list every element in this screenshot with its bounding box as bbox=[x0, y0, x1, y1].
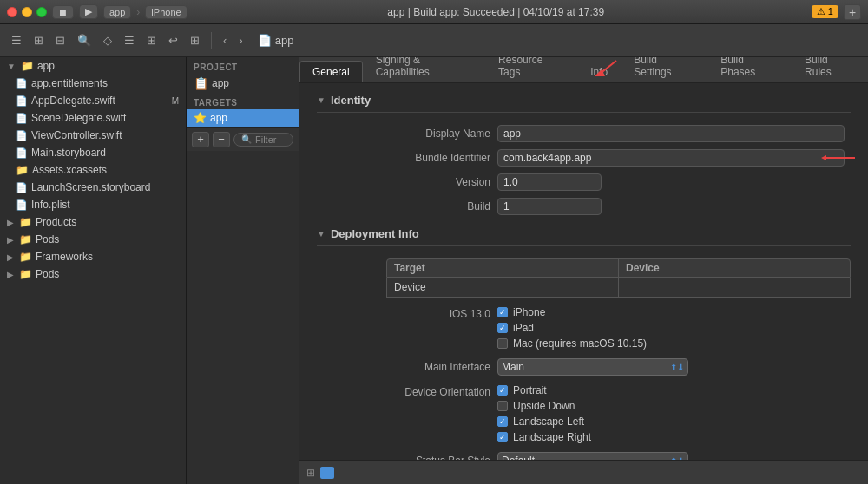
sidebar-item-frameworks[interactable]: ▶ 📁 Frameworks bbox=[2, 249, 184, 265]
sidebar-item-entitlements[interactable]: 📄 app.entitlements bbox=[2, 75, 184, 91]
display-name-row: Display Name bbox=[317, 125, 851, 142]
disclosure-icon: ▶ bbox=[7, 252, 14, 262]
build-input[interactable] bbox=[497, 198, 602, 215]
file-icon: 📄 bbox=[16, 95, 28, 107]
sidebar-item-viewcontroller[interactable]: 📄 ViewController.swift bbox=[2, 128, 184, 143]
status-bar-label: Status Bar Style bbox=[317, 455, 490, 460]
sidebar-item-app-root[interactable]: ▼ 📁 app bbox=[2, 58, 184, 74]
breadcrumb-icon: 📄 bbox=[258, 34, 272, 47]
device-selector[interactable]: iPhone bbox=[145, 5, 187, 19]
sidebar-item-appdelegate[interactable]: 📄 AppDelegate.swift M bbox=[2, 93, 184, 108]
nav-item-project[interactable]: 📋 app bbox=[187, 74, 299, 93]
breadcrumb: 📄 app bbox=[258, 34, 294, 47]
sidebar-item-launchscreen[interactable]: 📄 LaunchScreen.storyboard bbox=[2, 180, 184, 195]
scheme-selector[interactable]: app bbox=[103, 5, 131, 19]
upside-down-row: Upside Down bbox=[497, 400, 591, 412]
tab-resource-tags[interactable]: Resource Tags bbox=[485, 57, 577, 82]
sidebar-toggle[interactable]: ☰ bbox=[7, 32, 26, 49]
sidebar-item-assets[interactable]: 📁 Assets.xcassets bbox=[2, 162, 184, 178]
search-toolbar-btn[interactable]: 🔍 bbox=[73, 32, 95, 49]
toolbar-btn-2[interactable]: ⊞ bbox=[30, 32, 48, 49]
display-name-input[interactable] bbox=[497, 125, 845, 142]
select-arrow-icon: ⬆⬇ bbox=[670, 363, 684, 372]
device-orientation-label: Device Orientation bbox=[317, 384, 490, 398]
ios-version-label: iOS 13.0 bbox=[317, 306, 490, 320]
fullscreen-button[interactable] bbox=[36, 7, 47, 17]
main-interface-select[interactable]: Main ⬆⬇ bbox=[497, 358, 688, 376]
sidebar-item-infoplist[interactable]: 📄 Info.plist bbox=[2, 197, 184, 213]
remove-target-button[interactable]: − bbox=[213, 132, 230, 147]
landscape-right-checkbox[interactable]: ✓ bbox=[497, 432, 508, 442]
iphone-checkbox[interactable]: ✓ bbox=[497, 307, 508, 317]
portrait-checkbox[interactable]: ✓ bbox=[497, 385, 508, 396]
sidebar-item-pods2[interactable]: ▶ 📁 Pods bbox=[2, 266, 184, 282]
toolbar-btn-5[interactable]: ◇ bbox=[99, 32, 116, 49]
warning-badge[interactable]: ⚠ 1 bbox=[812, 5, 838, 18]
sidebar-item-label: AppDelegate.swift bbox=[31, 95, 115, 107]
sidebar-item-label: Pods bbox=[36, 233, 59, 245]
add-tab-button[interactable]: + bbox=[844, 4, 861, 20]
main-interface-label: Main Interface bbox=[317, 361, 490, 373]
identity-section-header: ▼ Identity bbox=[317, 94, 851, 113]
nav-item-target-app[interactable]: ⭐ app bbox=[187, 109, 299, 127]
tab-info[interactable]: Info bbox=[577, 61, 621, 82]
add-target-button[interactable]: + bbox=[192, 132, 209, 147]
sidebar-item-pods[interactable]: ▶ 📁 Pods bbox=[2, 232, 184, 247]
toolbar-btn-9[interactable]: ⊞ bbox=[186, 32, 204, 49]
identity-disclosure[interactable]: ▼ bbox=[317, 95, 326, 105]
toolbar-btn-3[interactable]: ⊟ bbox=[51, 32, 69, 49]
toolbar-btn-8[interactable]: ↩ bbox=[164, 32, 182, 49]
status-bar-select[interactable]: Default ⬆⬇ bbox=[497, 452, 688, 460]
portrait-label: Portrait bbox=[513, 384, 547, 396]
ios-ver-text: iOS 13.0 bbox=[450, 308, 490, 320]
main-interface-row: Main Interface Main ⬆⬇ bbox=[317, 358, 851, 376]
sidebar-item-label: LaunchScreen.storyboard bbox=[31, 181, 150, 193]
project-icon: 📋 bbox=[194, 76, 208, 90]
sidebar-item-products[interactable]: ▶ 📁 Products bbox=[2, 214, 184, 230]
sidebar-item-label: app.entitlements bbox=[31, 77, 108, 89]
version-input[interactable] bbox=[497, 173, 602, 191]
tab-build-rules[interactable]: Build Rules bbox=[792, 57, 868, 82]
nav-item-label: app bbox=[210, 112, 227, 124]
tab-signing[interactable]: Signing & Capabilities bbox=[363, 57, 485, 82]
mac-checkbox[interactable] bbox=[497, 338, 508, 349]
tab-build-settings[interactable]: Build Settings bbox=[621, 57, 707, 82]
file-icon: 📄 bbox=[16, 147, 28, 159]
project-section-label: PROJECT bbox=[187, 57, 299, 74]
mac-row: Mac (requires macOS 10.15) bbox=[497, 337, 647, 350]
landscape-left-checkbox[interactable]: ✓ bbox=[497, 416, 508, 427]
deploy-body-row: Device bbox=[386, 278, 851, 298]
deployment-disclosure[interactable]: ▼ bbox=[317, 229, 326, 239]
iphone-row: ✓ iPhone bbox=[497, 306, 647, 318]
minimize-button[interactable] bbox=[22, 7, 32, 17]
sidebar-item-scenedelegate[interactable]: 📄 SceneDelegate.swift bbox=[2, 110, 184, 126]
back-button[interactable]: ‹ bbox=[219, 32, 231, 49]
build-status: app | Build app: Succeeded | 04/10/19 at… bbox=[193, 6, 799, 18]
tab-general[interactable]: General bbox=[299, 61, 363, 82]
sidebar: ▼ 📁 app 📄 app.entitlements 📄 AppDelegate… bbox=[0, 57, 187, 484]
bundle-id-input[interactable] bbox=[497, 149, 845, 167]
sidebar-item-main-storyboard[interactable]: 📄 Main.storyboard bbox=[2, 145, 184, 160]
tab-build-phases[interactable]: Build Phases bbox=[707, 57, 792, 82]
file-icon: 📄 bbox=[16, 113, 28, 124]
iphone-label: iPhone bbox=[513, 306, 545, 318]
toolbar-btn-6[interactable]: ☰ bbox=[120, 32, 139, 49]
stop-button[interactable]: ⏹ bbox=[52, 5, 74, 19]
ipad-checkbox[interactable]: ✓ bbox=[497, 323, 508, 333]
disclosure-icon: ▶ bbox=[7, 218, 14, 227]
upside-down-checkbox[interactable] bbox=[497, 401, 508, 411]
forward-button[interactable]: › bbox=[234, 32, 247, 49]
toolbar-btn-7[interactable]: ⊞ bbox=[142, 32, 161, 49]
bundle-id-row: Bundle Identifier bbox=[317, 149, 851, 167]
ios-row: iOS 13.0 ✓ iPhone ✓ iPad Mac (requires m… bbox=[317, 306, 851, 350]
version-row: Version bbox=[317, 173, 851, 191]
filter-box[interactable]: 🔍 Filter bbox=[233, 133, 293, 147]
close-button[interactable] bbox=[7, 7, 17, 17]
select-arrow-icon: ⬆⬇ bbox=[670, 456, 684, 461]
run-button[interactable]: ▶ bbox=[79, 4, 98, 19]
sidebar-item-label: Pods bbox=[36, 268, 59, 280]
sidebar-item-label: Frameworks bbox=[36, 251, 93, 263]
deployment-section-header: ▼ Deployment Info bbox=[317, 227, 851, 246]
settings-content: ▼ Identity Display Name Bundle Identifie… bbox=[299, 83, 868, 460]
nav-item-label: app bbox=[212, 77, 229, 89]
